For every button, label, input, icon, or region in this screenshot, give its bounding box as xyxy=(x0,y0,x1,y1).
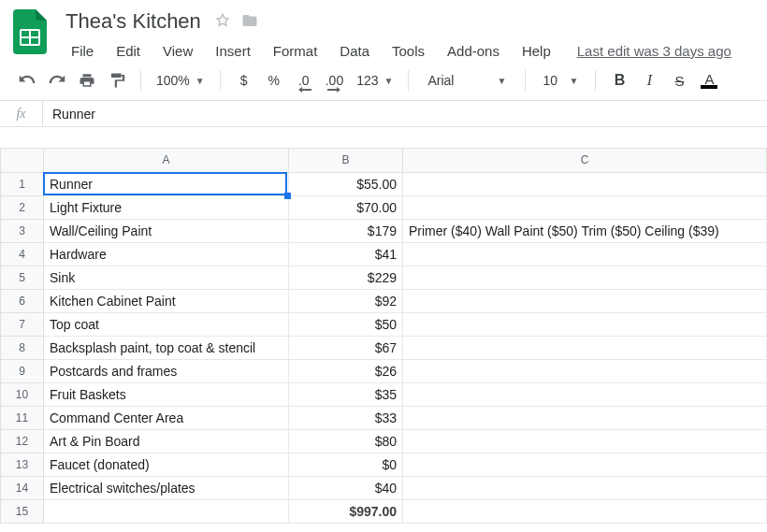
last-edit-link[interactable]: Last edit was 3 days ago xyxy=(577,43,731,59)
cell[interactable]: Sink xyxy=(44,266,289,289)
row-header[interactable]: 13 xyxy=(1,453,44,476)
menu-addons[interactable]: Add-ons xyxy=(438,39,509,63)
cell[interactable]: $55.00 xyxy=(289,172,403,195)
row-header[interactable]: 9 xyxy=(1,359,44,382)
italic-button[interactable]: I xyxy=(637,68,661,93)
decrease-decimal-button[interactable]: .0 xyxy=(292,68,316,93)
star-icon[interactable] xyxy=(214,12,231,32)
cell[interactable] xyxy=(403,172,767,195)
cell[interactable]: Art & Pin Board xyxy=(44,429,289,453)
menu-view[interactable]: View xyxy=(153,39,202,63)
row-header[interactable]: 10 xyxy=(1,382,44,406)
cell[interactable]: Runner xyxy=(44,172,289,195)
cell[interactable] xyxy=(403,312,767,336)
sheets-app-icon[interactable] xyxy=(11,7,49,56)
font-size-select[interactable]: 10 ▼ xyxy=(537,68,584,93)
row-header[interactable]: 12 xyxy=(1,429,44,453)
cell[interactable]: Fruit Baskets xyxy=(44,382,289,406)
cell[interactable]: Light Fixture xyxy=(44,195,289,219)
increase-decimal-button[interactable]: .00 xyxy=(322,68,347,93)
row-header[interactable]: 3 xyxy=(1,219,44,242)
cell[interactable] xyxy=(403,453,767,476)
cell[interactable]: Wall/Ceiling Paint xyxy=(44,219,289,242)
zoom-select[interactable]: 100% ▼ xyxy=(152,68,209,93)
spreadsheet-grid[interactable]: A B C 1Runner$55.002Light Fixture$70.003… xyxy=(0,127,767,532)
cell[interactable]: Primer ($40) Wall Paint ($50) Trim ($50)… xyxy=(403,219,767,242)
cell[interactable]: $40 xyxy=(289,476,403,499)
move-folder-icon[interactable] xyxy=(240,12,259,32)
cell[interactable] xyxy=(403,336,767,359)
row-header[interactable]: 4 xyxy=(1,242,44,266)
format-currency-button[interactable]: $ xyxy=(232,68,256,93)
selection-fill-handle[interactable] xyxy=(284,193,291,199)
row-header[interactable]: 6 xyxy=(1,289,44,312)
row-header[interactable]: 2 xyxy=(1,195,44,219)
cell[interactable]: $35 xyxy=(289,382,403,406)
cell[interactable] xyxy=(403,406,767,429)
cell[interactable]: $229 xyxy=(289,266,403,289)
table-row: 8Backsplash paint, top coat & stencil$67 xyxy=(1,336,767,359)
cell[interactable]: $67 xyxy=(289,336,403,359)
cell[interactable]: $33 xyxy=(289,406,403,429)
title-row: Thea's Kitchen xyxy=(62,7,756,36)
menu-edit[interactable]: Edit xyxy=(107,39,150,63)
row-header[interactable]: 5 xyxy=(1,266,44,289)
row-header[interactable]: 1 xyxy=(1,172,44,195)
undo-button[interactable] xyxy=(15,68,39,93)
cell[interactable]: $41 xyxy=(289,242,403,266)
row-header[interactable]: 15 xyxy=(1,499,44,523)
document-title[interactable]: Thea's Kitchen xyxy=(62,7,205,36)
cell[interactable]: $70.00 xyxy=(289,195,403,219)
number-format-select[interactable]: 123 ▼ xyxy=(353,68,397,93)
print-button[interactable] xyxy=(75,68,99,93)
cell[interactable] xyxy=(403,289,767,312)
cell[interactable] xyxy=(403,359,767,382)
cell[interactable] xyxy=(403,382,767,406)
cell[interactable]: $80 xyxy=(289,429,403,453)
cell[interactable]: Postcards and frames xyxy=(44,359,289,382)
menu-file[interactable]: File xyxy=(62,39,103,63)
cell[interactable]: Command Center Area xyxy=(44,406,289,429)
cell[interactable] xyxy=(403,476,767,499)
cell[interactable]: Faucet (donated) xyxy=(44,453,289,476)
cell[interactable]: Kitchen Cabinet Paint xyxy=(44,289,289,312)
menu-format[interactable]: Format xyxy=(264,39,327,63)
menu-data[interactable]: Data xyxy=(330,39,379,63)
formula-input[interactable]: Runner xyxy=(43,107,767,122)
cell[interactable]: $179 xyxy=(289,219,403,242)
redo-button[interactable] xyxy=(45,68,69,93)
column-header-c[interactable]: C xyxy=(403,148,767,172)
strikethrough-button[interactable]: S xyxy=(667,68,691,93)
row-header[interactable]: 7 xyxy=(1,312,44,336)
row-header[interactable]: 8 xyxy=(1,336,44,359)
cell[interactable] xyxy=(403,195,767,219)
cell[interactable] xyxy=(403,429,767,453)
cell[interactable]: Top coat xyxy=(44,312,289,336)
cell[interactable] xyxy=(403,242,767,266)
cell[interactable]: Backsplash paint, top coat & stencil xyxy=(44,336,289,359)
row-header[interactable]: 11 xyxy=(1,406,44,429)
select-all-corner[interactable] xyxy=(1,148,44,172)
cell[interactable] xyxy=(44,499,289,523)
column-header-a[interactable]: A xyxy=(44,148,289,172)
cell[interactable]: $26 xyxy=(289,359,403,382)
text-color-button[interactable]: A xyxy=(697,68,721,93)
cell[interactable] xyxy=(403,499,767,523)
format-percent-button[interactable]: % xyxy=(262,68,286,93)
cell[interactable]: $997.00 xyxy=(289,499,403,523)
font-family-select[interactable]: Arial ▼ xyxy=(420,68,514,93)
paint-format-button[interactable] xyxy=(105,68,129,93)
menu-help[interactable]: Help xyxy=(513,39,560,63)
cell[interactable]: $50 xyxy=(289,312,403,336)
cell[interactable]: Hardware xyxy=(44,242,289,266)
cell[interactable] xyxy=(403,266,767,289)
table-row: 4Hardware$41 xyxy=(1,242,767,266)
menu-tools[interactable]: Tools xyxy=(383,39,434,63)
bold-button[interactable]: B xyxy=(607,68,631,93)
cell[interactable]: $0 xyxy=(289,453,403,476)
menu-insert[interactable]: Insert xyxy=(206,39,260,63)
cell[interactable]: Electrical switches/plates xyxy=(44,476,289,499)
cell[interactable]: $92 xyxy=(289,289,403,312)
row-header[interactable]: 14 xyxy=(1,476,44,499)
column-header-b[interactable]: B xyxy=(289,148,403,172)
